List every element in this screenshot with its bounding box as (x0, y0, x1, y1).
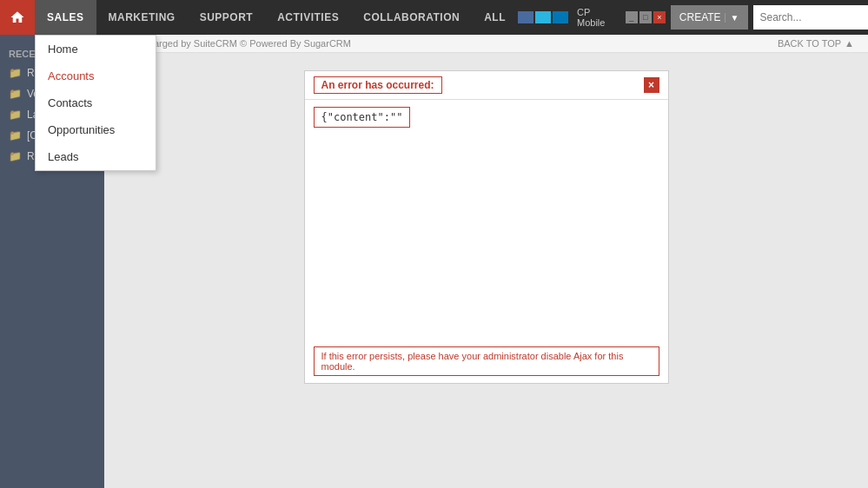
nav-item-marketing[interactable]: MARKETING (96, 0, 188, 35)
window-controls: _ □ × (626, 11, 666, 23)
create-arrow-icon: ▼ (725, 13, 739, 23)
nav-item-support[interactable]: SUPPORT (188, 0, 266, 35)
dropdown-item-leads[interactable]: Leads (36, 143, 156, 170)
nav-item-all[interactable]: ALL (472, 0, 518, 35)
error-modal-header: An error has occurred: × (305, 71, 668, 100)
top-bar: SALES MARKETING SUPPORT ACTIVITIES COLLA… (0, 0, 868, 35)
sales-dropdown-menu: Home Accounts Contacts Opportunities Lea… (35, 35, 156, 171)
dropdown-item-contacts[interactable]: Contacts (36, 89, 156, 116)
folder-icon-rep: 📁 (9, 67, 22, 79)
error-content: {"content":"" (305, 100, 668, 343)
error-modal: An error has occurred: × {"content":"" I… (304, 70, 669, 384)
dropdown-item-opportunities[interactable]: Opportunities (36, 116, 156, 143)
main-nav: SALES MARKETING SUPPORT ACTIVITIES COLLA… (35, 0, 518, 35)
folder-icon-ver: 📁 (9, 88, 22, 100)
folder-icon-revision: 📁 (9, 150, 22, 162)
back-to-top-label: BACK TO TOP (778, 38, 841, 49)
dropdown-item-home[interactable]: Home (36, 36, 156, 63)
home-icon (10, 10, 25, 25)
facebook-icon (518, 11, 533, 23)
powered-bar: Supercharged by SuiteCRM © Powered By Su… (104, 35, 868, 53)
back-to-top-button[interactable]: BACK TO TOP ▲ (778, 38, 854, 49)
home-button[interactable] (0, 0, 35, 35)
cp-mobile-label: CP Mobile (577, 7, 617, 28)
modal-area: An error has occurred: × {"content":"" I… (104, 53, 868, 488)
window-close-button[interactable]: × (653, 11, 666, 23)
dropdown-item-accounts[interactable]: Accounts (36, 63, 156, 89)
folder-icon-lab: 📁 (9, 109, 22, 121)
nav-item-activities[interactable]: ACTIVITIES (265, 0, 351, 35)
linkedin-icon (553, 11, 568, 23)
twitter-icon (535, 11, 551, 23)
restore-button[interactable]: □ (639, 11, 652, 23)
minimize-button[interactable]: _ (626, 11, 638, 23)
nav-item-collaboration[interactable]: COLLABORATION (351, 0, 472, 35)
create-label: CREATE (679, 11, 721, 23)
create-button[interactable]: CREATE ▼ (671, 5, 748, 30)
folder-icon-cls: 📁 (9, 129, 22, 142)
error-title: An error has occurred: (314, 76, 442, 94)
error-json: {"content":"" (314, 107, 411, 128)
social-icons (518, 11, 568, 23)
modal-close-button[interactable]: × (644, 77, 659, 93)
error-footer: If this error persists, please have your… (314, 346, 659, 376)
top-right-area: CP Mobile _ □ × CREATE ▼ 🔍 🔔 👤 (518, 5, 868, 30)
search-input[interactable] (753, 5, 868, 30)
content-area: Supercharged by SuiteCRM © Powered By Su… (104, 35, 868, 488)
back-to-top-arrow-icon: ▲ (845, 38, 854, 49)
nav-item-sales[interactable]: SALES (35, 0, 96, 35)
